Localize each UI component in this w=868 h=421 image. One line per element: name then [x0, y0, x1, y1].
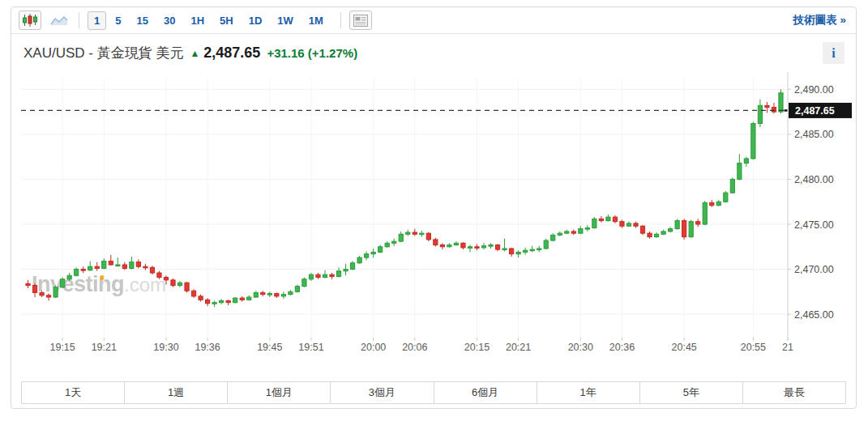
- interval-button-15[interactable]: 15: [130, 11, 154, 30]
- candle-body: [240, 298, 244, 300]
- x-axis-label: 20:45: [672, 342, 697, 353]
- interval-button-5H[interactable]: 5H: [213, 11, 240, 30]
- candle-body: [592, 219, 596, 228]
- x-axis-label: 20:36: [609, 342, 635, 353]
- technical-chart-link[interactable]: 技術圖表 »: [793, 13, 846, 28]
- candle-body: [177, 283, 182, 285]
- candle-body: [323, 274, 327, 277]
- candle-body: [157, 273, 161, 278]
- y-axis-label: 2,485.00: [794, 129, 834, 140]
- candle-body: [689, 222, 693, 237]
- x-axis-label: 20:30: [568, 342, 593, 353]
- candle-body: [350, 263, 354, 270]
- candle-body: [199, 296, 203, 300]
- range-button-7[interactable]: 5年: [640, 382, 743, 403]
- interval-button-1W[interactable]: 1W: [271, 11, 300, 30]
- candle-body: [191, 291, 195, 296]
- candlestick-chart[interactable]: 19:1519:2119:3019:3619:4519:5120:0020:06…: [11, 72, 856, 359]
- x-axis-label: 20:55: [741, 342, 766, 353]
- interval-button-1D[interactable]: 1D: [242, 11, 269, 30]
- candle-body: [530, 249, 534, 251]
- candle-body: [675, 221, 679, 229]
- x-axis-label: 19:51: [298, 342, 323, 353]
- news-panel-icon: [353, 15, 368, 27]
- candle-body: [289, 291, 293, 294]
- candle-body: [440, 245, 444, 247]
- interval-button-1[interactable]: 1: [88, 11, 106, 30]
- candle-body: [613, 217, 617, 222]
- candle-body: [565, 232, 569, 233]
- area-chart-type-button[interactable]: [48, 11, 71, 30]
- x-axis-label: 20:00: [361, 342, 386, 353]
- candle-body: [371, 252, 375, 253]
- candle-body: [779, 93, 783, 112]
- candle-body: [468, 247, 472, 249]
- range-button-5[interactable]: 6個月: [434, 382, 537, 403]
- candle-body: [130, 262, 134, 269]
- candle-body: [365, 254, 369, 257]
- candle-body: [716, 202, 720, 205]
- candle-body: [579, 229, 583, 234]
- range-button-3[interactable]: 1個月: [228, 382, 331, 403]
- x-axis-label: 21: [782, 342, 793, 353]
- info-button[interactable]: i: [823, 42, 844, 64]
- range-button-1[interactable]: 1天: [22, 382, 125, 403]
- candle-body: [495, 245, 499, 250]
- y-axis-label: 2,470.00: [794, 264, 834, 275]
- interval-button-1H[interactable]: 1H: [184, 11, 211, 30]
- y-axis-label: 2,475.00: [794, 219, 834, 231]
- x-axis-label: 19:45: [257, 342, 282, 353]
- candle-body: [751, 124, 755, 159]
- y-axis-label: 2,465.00: [794, 309, 834, 321]
- candle-body: [336, 271, 340, 277]
- candle-body: [206, 300, 210, 303]
- x-axis-label: 20:06: [402, 342, 427, 353]
- candle-body: [164, 278, 168, 280]
- x-axis-label: 19:36: [195, 342, 220, 353]
- interval-button-5[interactable]: 5: [109, 11, 127, 30]
- x-axis-label: 19:21: [92, 342, 117, 353]
- range-button-8[interactable]: 最長: [743, 382, 845, 403]
- candle-body: [330, 274, 334, 276]
- candlestick-chart-icon: [22, 13, 38, 28]
- candle-body: [669, 229, 673, 232]
- candle-body: [316, 274, 320, 277]
- candle-body: [606, 217, 610, 220]
- instrument-title: XAU/USD - 黃金現貨 美元: [24, 44, 183, 62]
- candle-body: [640, 226, 644, 233]
- candle-body: [571, 232, 575, 233]
- candle-body: [40, 292, 44, 295]
- candle-body: [544, 240, 548, 249]
- candle-body: [32, 286, 36, 293]
- candle-body: [461, 243, 465, 248]
- area-chart-icon: [49, 14, 69, 27]
- candle-body: [413, 232, 417, 234]
- candle-body: [220, 300, 224, 302]
- candle-body: [247, 297, 251, 300]
- info-icon: i: [832, 46, 835, 60]
- candle-body: [267, 294, 272, 296]
- candle-body: [475, 247, 479, 249]
- last-price: 2,487.65: [203, 45, 260, 62]
- range-button-4[interactable]: 3個月: [331, 382, 434, 403]
- candle-body: [385, 243, 389, 246]
- range-button-6[interactable]: 1年: [537, 382, 640, 403]
- candlestick-chart-type-button[interactable]: [19, 11, 41, 30]
- range-selector: 1天1週1個月3個月6個月1年5年最長: [21, 381, 846, 404]
- candle-body: [648, 233, 652, 236]
- x-axis-label: 20:21: [506, 342, 531, 353]
- candle-body: [357, 257, 361, 263]
- candle-body: [426, 233, 430, 240]
- candle-body: [724, 193, 728, 202]
- range-button-2[interactable]: 1週: [125, 382, 228, 403]
- news-panel-button[interactable]: [349, 11, 372, 30]
- interval-button-1M[interactable]: 1M: [302, 11, 330, 30]
- candle-body: [399, 234, 403, 241]
- chart-toolbar: 1515301H5H1D1W1M 技術圖表 »: [11, 7, 856, 34]
- candle-body: [254, 292, 258, 297]
- candle-body: [654, 234, 658, 236]
- candle-body: [758, 105, 762, 123]
- interval-button-30[interactable]: 30: [157, 11, 182, 30]
- x-axis-label: 19:15: [49, 342, 75, 353]
- candle-body: [599, 219, 603, 220]
